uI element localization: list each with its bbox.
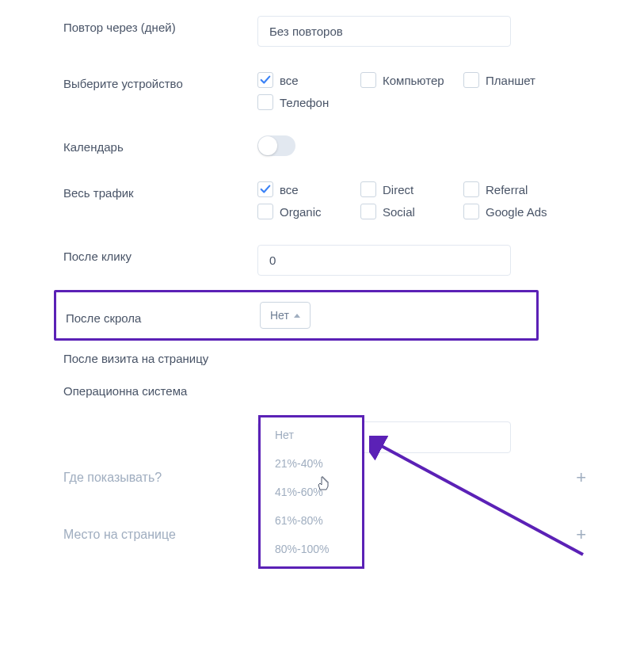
checkbox-label: Direct <box>383 183 413 196</box>
checkbox-label: Google Ads <box>486 205 547 219</box>
device-option-tablet[interactable]: Планшет <box>463 72 551 88</box>
label-traffic: Весь трафик <box>63 181 257 200</box>
dropdown-after-scroll: Нет 21%-40% 41%-60% 61%-80% 80%-100% <box>258 415 364 569</box>
traffic-option-organic[interactable]: Organic <box>257 204 345 219</box>
row-after-click: После клику <box>63 245 644 276</box>
checkbox-icon[interactable] <box>463 181 479 197</box>
svg-line-0 <box>377 444 583 555</box>
checkbox-label: Телефон <box>280 96 329 109</box>
label-after-click: После клику <box>63 245 257 263</box>
checkbox-icon[interactable] <box>463 72 479 88</box>
select-after-scroll[interactable]: Нет <box>260 302 311 329</box>
checkbox-label: все <box>280 183 299 196</box>
input-after-click[interactable] <box>257 245 511 276</box>
checkbox-label: все <box>280 74 299 87</box>
control-after-click <box>257 245 644 276</box>
control-after-scroll: Нет <box>260 302 528 329</box>
checkbox-icon[interactable] <box>257 94 273 110</box>
control-calendar <box>257 135 644 156</box>
row-repeat: Повтор через (дней) <box>63 16 644 47</box>
row-calendar: Календарь <box>63 135 644 156</box>
row-os: Операционна система <box>63 379 644 398</box>
device-option-all[interactable]: все <box>257 72 345 88</box>
label-after-scroll: После скрола <box>56 307 260 325</box>
device-checkbox-grid: все Компьютер Планшет Телефон <box>257 72 644 110</box>
checkbox-icon[interactable] <box>463 204 479 219</box>
dropdown-option[interactable]: 80%-100% <box>261 535 362 555</box>
control-repeat <box>257 16 644 47</box>
row-traffic: Весь трафик все Direct Referral Organic … <box>63 181 644 219</box>
traffic-option-referral[interactable]: Referral <box>463 181 551 197</box>
toggle-calendar[interactable] <box>257 135 295 156</box>
label-device: Выберите устройство <box>63 72 257 90</box>
row-after-scroll-highlighted: После скрола Нет <box>54 290 539 341</box>
input-repeat[interactable] <box>257 16 511 47</box>
toggle-knob <box>258 136 277 155</box>
checkbox-icon[interactable] <box>257 72 273 88</box>
checkbox-icon[interactable] <box>360 204 376 219</box>
checkbox-label: Планшет <box>486 74 535 87</box>
traffic-option-social[interactable]: Social <box>360 204 448 219</box>
dropdown-option[interactable]: 21%-40% <box>261 449 362 478</box>
checkbox-label: Referral <box>486 183 528 196</box>
cursor-pointer-icon <box>317 475 333 493</box>
device-option-phone[interactable]: Телефон <box>257 94 345 110</box>
accordion-label: Где показывать? <box>63 471 162 485</box>
checkbox-label: Компьютер <box>383 74 444 87</box>
row-device: Выберите устройство все Компьютер Планше… <box>63 72 644 110</box>
label-repeat: Повтор через (дней) <box>63 16 257 34</box>
dropdown-option[interactable]: 61%-80% <box>261 506 362 535</box>
label-after-visit: После визита на страницу <box>63 347 257 365</box>
row-after-visit: После визита на страницу <box>63 347 644 365</box>
traffic-checkbox-grid: все Direct Referral Organic Social Googl… <box>257 181 644 219</box>
arrow-annotation-icon <box>369 436 591 562</box>
checkbox-icon[interactable] <box>360 181 376 197</box>
traffic-option-all[interactable]: все <box>257 181 345 197</box>
select-value: Нет <box>270 309 289 322</box>
traffic-option-googleads[interactable]: Google Ads <box>463 204 551 219</box>
checkbox-icon[interactable] <box>360 72 376 88</box>
label-os: Операционна система <box>63 379 257 398</box>
label-calendar: Календарь <box>63 135 257 154</box>
traffic-option-direct[interactable]: Direct <box>360 181 448 197</box>
checkbox-label: Social <box>383 205 415 219</box>
checkbox-label: Organic <box>280 205 322 219</box>
checkbox-icon[interactable] <box>257 181 273 197</box>
chevron-up-icon <box>294 314 300 318</box>
checkbox-icon[interactable] <box>257 204 273 219</box>
dropdown-option[interactable]: 41%-60% <box>261 478 362 506</box>
device-option-computer[interactable]: Компьютер <box>360 72 448 88</box>
dropdown-option[interactable]: Нет <box>261 429 362 449</box>
accordion-label: Место на странице <box>63 528 176 542</box>
